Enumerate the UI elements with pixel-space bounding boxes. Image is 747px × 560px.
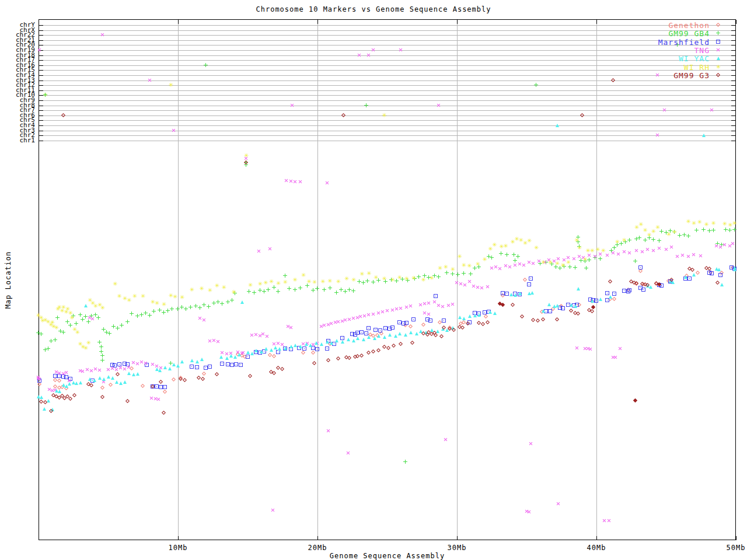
data-point-triangle [388, 333, 392, 337]
data-point-triangle [289, 345, 293, 348]
data-point-plus [598, 257, 602, 261]
data-point-star: ✳ [474, 261, 481, 267]
data-point-triangle [158, 369, 162, 372]
data-point-triangle [462, 317, 466, 320]
data-point-plus [176, 307, 180, 311]
data-point-plus [711, 228, 715, 232]
data-point-triangle [488, 310, 492, 314]
data-point-triangle [180, 360, 184, 363]
data-point-square [208, 365, 212, 369]
data-point-triangle [570, 303, 573, 307]
data-point-star: ✳ [207, 288, 214, 293]
chromosome-row-tick [731, 55, 735, 56]
data-point-triangle [649, 285, 652, 289]
data-point-star: ✳ [481, 257, 488, 262]
data-point-plus [456, 272, 460, 276]
data-point-triangle [127, 372, 131, 375]
chart-title: Chromosome 10 Markers vs Genome Sequence… [0, 5, 747, 13]
data-point-triangle [383, 335, 386, 339]
data-point-plus [339, 288, 343, 292]
chromosome-row-tick [39, 30, 43, 31]
data-point-plus [170, 307, 174, 311]
data-point-triangle [609, 295, 612, 299]
data-point-plus [682, 233, 686, 237]
data-point-plus [194, 304, 198, 308]
chromosome-row-tick [39, 25, 43, 26]
data-point-triangle [68, 382, 71, 386]
data-point-star: ✳ [456, 254, 463, 260]
data-point-square [594, 299, 598, 303]
legend-label-gm99_gb4: GM99 GB4 [581, 29, 710, 38]
data-point-square [220, 362, 224, 366]
data-point-square [638, 265, 643, 270]
data-point-star: ✳ [614, 239, 621, 245]
data-point-plus [39, 332, 43, 336]
chromosome-row-tick [39, 65, 43, 66]
data-point-square [718, 273, 722, 277]
chromosome-row-tick [39, 80, 43, 81]
data-point-triangle [362, 338, 365, 341]
data-point-triangle [341, 340, 344, 344]
data-point-star: ✳ [99, 305, 106, 311]
x-tick-label: 20Mb [303, 544, 331, 552]
data-point-plus [97, 340, 102, 344]
data-point-square [246, 355, 250, 359]
chromosome-row-tick [731, 75, 735, 76]
data-point-square [315, 347, 319, 351]
chromosome-row-tick [39, 45, 43, 46]
data-point-star: ✳ [179, 295, 186, 300]
chromosome-row-tick [731, 116, 735, 116]
data-point-square [302, 346, 306, 351]
data-point-triangle [246, 351, 250, 354]
x-tick-label: 30Mb [443, 544, 471, 552]
data-point-triangle [93, 379, 96, 382]
data-point-triangle [299, 345, 302, 348]
data-point-triangle [254, 349, 258, 352]
chromosome-row-tick [731, 30, 735, 31]
data-point-plus [315, 286, 319, 290]
data-point-plus [686, 234, 690, 238]
data-point-triangle [305, 342, 308, 346]
data-point-triangle [250, 352, 254, 355]
data-point-star: ✳ [574, 237, 581, 243]
chromosome-row-tick [731, 106, 735, 106]
data-point-plus [584, 266, 588, 270]
data-point-triangle [119, 382, 123, 385]
data-point-plus [139, 313, 144, 317]
chart-page: Chromosome 10 Markers vs Genome Sequence… [0, 0, 747, 560]
data-point-triangle [43, 407, 46, 411]
chromosome-row-tick [731, 70, 735, 71]
data-point-triangle [168, 367, 172, 370]
data-point-square [155, 384, 159, 388]
data-point-square [374, 328, 378, 332]
data-point-plus [283, 274, 287, 278]
data-point-square [190, 365, 194, 369]
chromosome-row-tick [39, 125, 43, 126]
data-point-star: ✳ [160, 302, 167, 307]
data-point-triangle [200, 358, 204, 361]
data-point-plus [207, 304, 211, 309]
data-point-triangle [591, 299, 594, 303]
data-point-plus [499, 251, 503, 256]
data-point-plus [361, 281, 365, 285]
data-point-square [159, 385, 163, 389]
data-point-triangle [309, 344, 312, 347]
data-point-star: ✳ [671, 229, 678, 235]
data-point-star: ✳ [502, 243, 509, 249]
x-tick [178, 20, 179, 24]
data-point-triangle [172, 363, 176, 366]
data-point-plus [490, 256, 494, 260]
data-point-star: ✳ [540, 260, 547, 265]
x-tick [317, 20, 318, 24]
data-point-plus [311, 288, 315, 292]
data-point-square [527, 282, 531, 286]
data-point-plus [437, 275, 441, 279]
data-point-square [548, 309, 552, 313]
data-point-star: ✳ [731, 220, 738, 226]
data-point-square [716, 40, 720, 44]
data-point-triangle [190, 359, 194, 362]
data-point-triangle [394, 334, 397, 338]
data-point-plus [694, 228, 699, 232]
data-point-plus [365, 279, 369, 283]
data-point-plus [469, 272, 473, 276]
